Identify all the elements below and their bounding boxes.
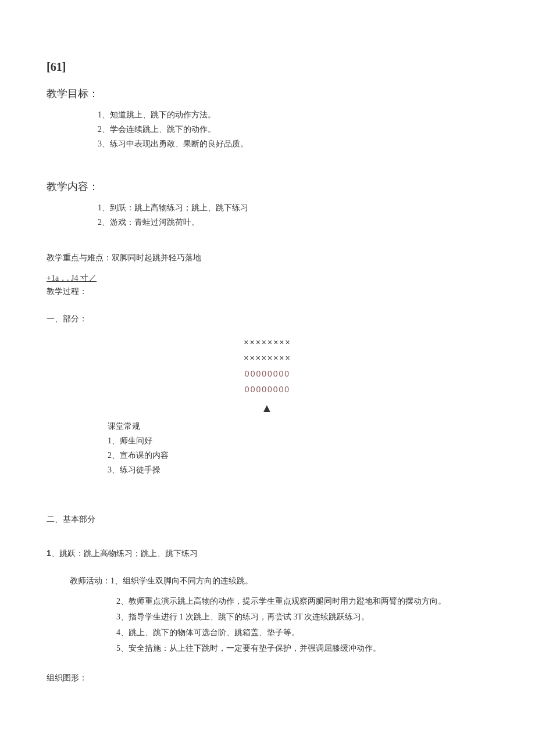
process-label: 教学过程： (47, 285, 488, 298)
keypoint-line: 教学重点与难点：双脚同时起跳并轻巧落地 (47, 252, 488, 264)
sub-title-text: 、跳跃：跳上高物练习；跳上、跳下练习 (51, 549, 198, 558)
org-label: 组织图形： (47, 672, 488, 684)
part1-label: 一、部分： (47, 313, 488, 325)
diagram-triangle: ▲ (47, 399, 488, 417)
sub-number: 1 (47, 549, 51, 558)
list-item: 2、宣布课的内容 (108, 449, 488, 461)
teacher-items: 2、教师重点演示跳上高物的动作，提示学生重点观察两腿同时用力蹬地和两臂的摆动方向… (47, 595, 488, 654)
goal-list: 1、知道跳上、跳下的动作方法。 2、学会连续跳上、跳下的动作。 3、练习中表现出… (47, 109, 488, 150)
diagram-row-x: ×××××××× (47, 336, 488, 349)
diagram-row-o: 00000000 (47, 368, 488, 380)
routine-title: 课堂常规 (108, 420, 488, 432)
list-item: 4、跳上、跳下的物体可选台阶、跳箱盖、垫子等。 (116, 626, 488, 639)
content-title: 教学内容： (47, 179, 488, 195)
list-item: 2、教师重点演示跳上高物的动作，提示学生重点观察两腿同时用力蹬地和两臂的摆动方向… (116, 595, 488, 607)
content-list: 1、到跃：跳上高物练习；跳上、跳下练习 2、游戏：青蛙过河跳荷叶。 (47, 202, 488, 228)
routine-block: 课堂常规 1、师生问好 2、宣布课的内容 3、练习徒手操 (47, 420, 488, 476)
list-item: 2、游戏：青蛙过河跳荷叶。 (98, 216, 488, 228)
diagram-row-x: ×××××××× (47, 352, 488, 364)
list-item: 1、师生问好 (108, 435, 488, 447)
list-item: 1、知道跳上、跳下的动作方法。 (98, 109, 488, 121)
list-item: 5、安全措施：从上往下跳时，一定要有垫子保护，并强调屈膝缓冲动作。 (116, 642, 488, 654)
part2-subheading: 1、跳跃：跳上高物练习；跳上、跳下练习 (47, 547, 488, 560)
part2-label: 二、基本部分 (47, 513, 488, 525)
heading-number: [61] (47, 58, 488, 76)
list-item: 2、学会连续跳上、跳下的动作。 (98, 123, 488, 135)
underlined-fragment: +1a，. J4 寸／ (47, 274, 97, 282)
goal-title: 教学目标： (47, 86, 488, 102)
list-item: 1、到跃：跳上高物练习；跳上、跳下练习 (98, 202, 488, 214)
list-item: 3、练习中表现出勇敢、果断的良好品质。 (98, 138, 488, 150)
list-item: 3、练习徒手操 (108, 464, 488, 476)
fragment-line: +1a，. J4 寸／ (47, 272, 488, 284)
teacher-lead: 教师活动：1、组织学生双脚向不同方向的连续跳。 (47, 575, 488, 587)
diagram-row-o: 00000000 (47, 384, 488, 396)
list-item: 3、指导学生进行 1 次跳上、跳下的练习，再尝试 3T 次连续跳跃练习。 (116, 611, 488, 623)
